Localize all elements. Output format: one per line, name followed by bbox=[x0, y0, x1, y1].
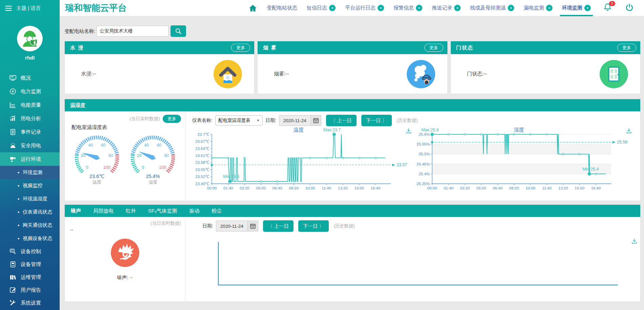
sidebar-item-event[interactable]: 事件记录 bbox=[0, 125, 60, 139]
power-icon[interactable] bbox=[625, 3, 634, 13]
sidebar-menu: 概况电力监测电能质量用电分析事件记录安全用电运行环境 bbox=[0, 71, 60, 166]
avatar[interactable] bbox=[17, 26, 43, 51]
sidebar-item-quality[interactable]: 电能质量 bbox=[0, 98, 60, 112]
sidebar-subitem[interactable]: •网关通信状态 bbox=[0, 219, 60, 232]
nav-item[interactable]: 平台运行日志× bbox=[345, 0, 384, 16]
alarm-badge-icon: × bbox=[378, 5, 384, 11]
station-search-input[interactable] bbox=[97, 26, 168, 37]
sidebar-item-label: 系统设置 bbox=[21, 300, 41, 306]
sidebar-item-power[interactable]: 电力监测 bbox=[0, 85, 60, 98]
svg-text:20: 20 bbox=[137, 153, 142, 158]
download-icon[interactable] bbox=[626, 128, 632, 134]
download-icon[interactable] bbox=[405, 128, 412, 134]
tab-sensor-4[interactable]: 振动 bbox=[189, 208, 199, 214]
theme-language-switch[interactable]: 主题 | 语言 bbox=[16, 5, 41, 12]
card-title: 烟 雾 bbox=[263, 45, 277, 51]
nav-item[interactable]: 环境监测× bbox=[562, 0, 591, 16]
search-icon bbox=[175, 28, 182, 35]
sidebar-item-label: 运行环境 bbox=[21, 156, 41, 162]
section-body: (当日实时数据) 更多 配电室温湿度表 02040608010023.6℃ 温度… bbox=[65, 111, 640, 201]
svg-text:Min:23.5: Min:23.5 bbox=[223, 174, 239, 179]
sidebar-subitem-label: 环境温湿度 bbox=[23, 196, 47, 202]
sidebar-item-analysis[interactable]: 用电分析 bbox=[0, 112, 60, 125]
next-day-button[interactable]: 下一日 〉 bbox=[361, 115, 392, 126]
more-button[interactable]: 更多 bbox=[231, 44, 250, 52]
sidebar-subitem[interactable]: •仪表通讯状态 bbox=[0, 205, 60, 219]
calendar-icon[interactable] bbox=[310, 115, 321, 126]
sidebar-item-manage[interactable]: 设备管理 bbox=[0, 258, 60, 271]
page-title: 瑞和智能云平台 bbox=[65, 2, 127, 14]
svg-text:23.6℃: 23.6℃ bbox=[89, 174, 104, 179]
tab-sensor-1[interactable]: 局部放电 bbox=[93, 208, 114, 214]
date-picker[interactable]: 2020-11-24 bbox=[279, 115, 321, 126]
tab-sensor-2[interactable]: 红外 bbox=[126, 208, 136, 214]
sidebar-subitem[interactable]: •环境温湿度 bbox=[0, 192, 60, 205]
svg-text:01:40: 01:40 bbox=[223, 186, 233, 190]
meter-select[interactable]: 配电室温湿度表 ▼ bbox=[215, 115, 263, 126]
sidebar-item-control[interactable]: 设备控制 bbox=[0, 245, 60, 258]
prev-day-button[interactable]: 〈 上一日 bbox=[326, 115, 357, 126]
nav-item-label: 报警信息 bbox=[394, 5, 414, 11]
sidebar-subitem[interactable]: •视频监控 bbox=[0, 179, 60, 192]
tab-sensor-3[interactable]: SF₆气体监测 bbox=[148, 208, 177, 214]
tab-sensor-5[interactable]: 粉尘 bbox=[212, 208, 222, 214]
calendar-icon[interactable] bbox=[247, 221, 258, 231]
nav-item-label: 短信日志 bbox=[307, 5, 327, 11]
temperature-gauge: 02040608010023.6℃ 温度 bbox=[69, 131, 125, 185]
bullet-icon: • bbox=[18, 183, 19, 189]
card-title: 门状态 bbox=[456, 45, 474, 51]
environment-icon bbox=[9, 156, 16, 162]
sidebar-item-safety[interactable]: 安全用电 bbox=[0, 139, 60, 152]
notification-count-badge: 0 bbox=[609, 1, 615, 6]
nav-item[interactable]: 线缆及母排测温× bbox=[470, 0, 514, 16]
svg-text:100: 100 bbox=[103, 165, 110, 170]
nav-item-label: 漏电监测 bbox=[524, 5, 544, 11]
sidebar-item-environment[interactable]: 运行环境 bbox=[0, 152, 60, 166]
sidebar-item-settings[interactable]: 系统设置 bbox=[0, 296, 60, 309]
svg-text:60: 60 bbox=[101, 143, 105, 148]
sidebar-item-label: 设备控制 bbox=[21, 248, 41, 255]
download-icon[interactable] bbox=[631, 238, 638, 246]
door-status-value: 门状态:-- bbox=[467, 71, 487, 77]
smoke-cloud-icon bbox=[406, 59, 436, 89]
svg-text:00:00: 00:00 bbox=[207, 186, 217, 190]
svg-text:15:00: 15:00 bbox=[354, 186, 364, 190]
nav-item[interactable]: 推送记录× bbox=[432, 0, 461, 16]
prev-day-button[interactable]: 〈 上一日 bbox=[263, 220, 294, 232]
svg-text:11:40: 11:40 bbox=[322, 186, 331, 190]
svg-text:25.56: 25.56 bbox=[617, 140, 627, 145]
tab-sensor-0[interactable]: 噪声 bbox=[71, 208, 81, 214]
nav-item[interactable]: 变配电站状态 bbox=[267, 0, 297, 16]
more-button[interactable]: 更多 bbox=[617, 44, 636, 52]
sidebar-item-ops[interactable]: 运维管理 bbox=[0, 271, 60, 284]
svg-text:10:00: 10:00 bbox=[525, 186, 535, 190]
sidebar-item-overview[interactable]: 概况 bbox=[0, 71, 60, 85]
sidebar-item-label: 概况 bbox=[21, 75, 31, 81]
svg-text:0: 0 bbox=[86, 165, 88, 170]
more-button[interactable]: 更多 bbox=[424, 44, 443, 52]
nav-item[interactable]: 漏电监测× bbox=[524, 0, 552, 16]
chart-controls: 仪表名称: 配电室温湿度表 ▼ 日期: 2020-11-24 〈 上一 bbox=[192, 115, 638, 126]
nav-item[interactable]: 报警信息× bbox=[394, 0, 422, 16]
noise-value-label: 噪声: bbox=[117, 275, 128, 280]
card-body: 门状态:-- bbox=[451, 54, 640, 94]
meter-title: 配电室温湿度表 bbox=[72, 124, 181, 131]
more-button[interactable]: 更多 bbox=[163, 115, 181, 123]
water-immersion-card: 水 浸 更多 水浸:-- bbox=[64, 41, 255, 94]
date-picker[interactable]: 2020-11-24 bbox=[216, 221, 258, 231]
nav-item[interactable]: 短信日志× bbox=[307, 0, 336, 16]
next-day-button[interactable]: 下一日 〉 bbox=[298, 220, 329, 232]
sidebar-submenu: •环境监测•视频监控•环境温湿度•仪表通讯状态•网关通信状态•视频设备状态 bbox=[0, 166, 60, 245]
noise-history-panel: 日期: 2020-11-24 〈 上一日 下一日 〉 (历史数据) bbox=[185, 217, 640, 302]
hamburger-icon[interactable] bbox=[5, 5, 12, 11]
sidebar-subitem[interactable]: •环境监测 bbox=[0, 166, 60, 179]
realtime-label: (当日实时数据) bbox=[129, 116, 160, 122]
noise-value: 噪声: -- bbox=[69, 274, 181, 281]
sidebar-subitem[interactable]: •视频设备状态 bbox=[0, 232, 60, 245]
topbar-left: 主题 | 语言 bbox=[0, 0, 60, 16]
report-icon bbox=[9, 287, 16, 293]
home-icon[interactable] bbox=[248, 4, 257, 13]
sidebar-item-report[interactable]: 用户报告 bbox=[0, 284, 60, 296]
bell-icon[interactable]: 0 bbox=[603, 3, 612, 13]
search-button[interactable] bbox=[170, 25, 186, 37]
